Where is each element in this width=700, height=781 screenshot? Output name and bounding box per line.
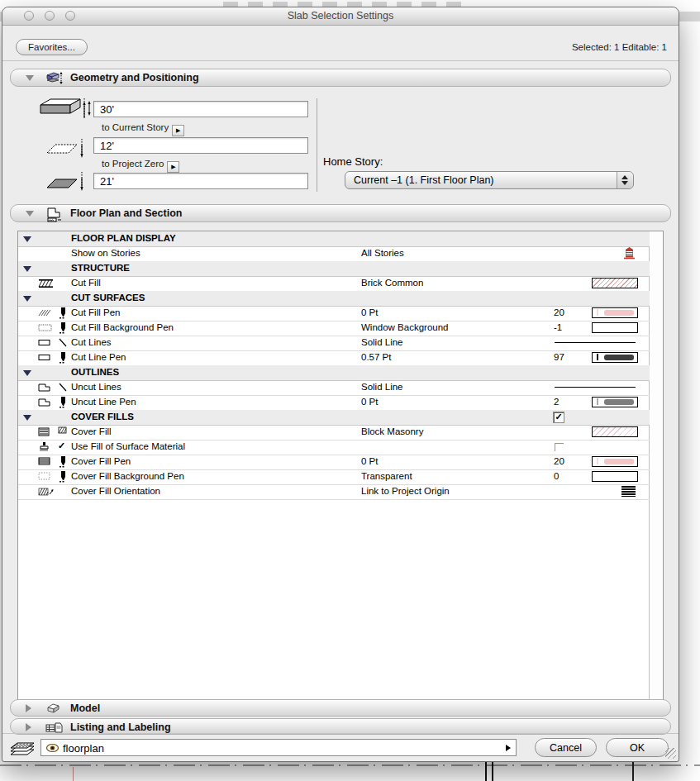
ok-button[interactable]: OK	[606, 738, 669, 757]
row-value[interactable]: Brick Common	[361, 278, 423, 288]
section-row-label: FLOOR PLAN DISPLAY	[71, 233, 176, 243]
pen-number[interactable]: 20	[554, 307, 564, 317]
pen-color-swatch[interactable]	[592, 352, 638, 363]
pen-number[interactable]: -1	[554, 322, 562, 332]
table-section-row[interactable]: OUTLINES	[18, 365, 650, 381]
table-section-row[interactable]: CUT SURFACES	[18, 291, 650, 307]
collapse-triangle-icon[interactable]	[23, 415, 31, 421]
model-section-icon	[45, 702, 62, 715]
chevron-down-icon[interactable]	[26, 75, 34, 81]
table-row[interactable]: Uncut Lines Solid Line	[18, 380, 650, 396]
table-row[interactable]: ✓ Use Fill of Surface Material	[18, 440, 650, 455]
elevation-reference-link[interactable]: to Project Zero▶	[102, 159, 179, 173]
top-elevation-input[interactable]: 12'	[93, 137, 308, 154]
attributes-table: FLOOR PLAN DISPLAY Show on Stories All S…	[17, 231, 664, 700]
table-row[interactable]: Uncut Line Pen 0 Pt 2	[18, 395, 650, 411]
row-value[interactable]: 0.57 Pt	[361, 352, 391, 362]
pen-color-swatch[interactable]	[592, 397, 638, 407]
pen-color-swatch[interactable]	[592, 456, 638, 467]
table-row[interactable]: Cover Fill Block Masonry	[18, 425, 650, 441]
table-row[interactable]: Cut Line Pen 0.57 Pt 97	[18, 350, 650, 366]
collapse-triangle-icon[interactable]	[23, 370, 31, 376]
rect-outline-icon	[38, 352, 55, 364]
cancel-button[interactable]: Cancel	[535, 738, 597, 757]
row-value[interactable]: Block Masonry	[361, 426, 423, 436]
favorites-button[interactable]: Favorites...	[16, 39, 88, 55]
collapse-triangle-icon[interactable]	[23, 236, 31, 242]
pen-color-swatch[interactable]	[592, 471, 638, 482]
pen-number[interactable]: 20	[554, 456, 564, 466]
row-value[interactable]: Link to Project Origin	[361, 486, 450, 496]
vertical-scrollbar[interactable]	[649, 231, 663, 699]
home-story-select[interactable]: Current –1 (1. First Floor Plan)	[345, 171, 634, 189]
row-value[interactable]: 0 Pt	[361, 456, 378, 466]
top-elevation-icon	[44, 138, 87, 160]
row-value[interactable]: Solid Line	[361, 382, 403, 392]
bottom-elevation-input[interactable]: 21'	[93, 173, 308, 189]
row-label: Use Fill of Surface Material	[71, 441, 185, 451]
slab-settings-dialog: Slab Selection Settings Favorites... Sel…	[2, 7, 679, 762]
chevron-down-icon[interactable]	[26, 211, 34, 217]
layer-value: floorplan	[63, 742, 104, 755]
row-value[interactable]: Transparent	[361, 471, 412, 481]
chevron-right-icon[interactable]	[26, 723, 31, 731]
table-row[interactable]: Show on Stories All Stories	[18, 246, 650, 262]
eye-icon[interactable]	[45, 743, 60, 753]
row-value[interactable]: All Stories	[361, 248, 404, 258]
row-label: Cover Fill	[71, 426, 112, 436]
line-type-preview[interactable]	[555, 342, 636, 343]
pen-icon	[58, 307, 69, 319]
slab-thickness-input[interactable]: 30'	[93, 101, 308, 117]
pen-icon	[58, 321, 69, 334]
title-bar[interactable]: Slab Selection Settings	[2, 7, 679, 26]
section-floorplan-header[interactable]: Floor Plan and Section	[10, 204, 671, 222]
row-value[interactable]: 0 Pt	[361, 397, 378, 407]
section-row-label: STRUCTURE	[71, 263, 130, 273]
pen-number[interactable]: 2	[554, 397, 559, 407]
table-row[interactable]: Cut Fill Pen 0 Pt 20	[18, 306, 650, 321]
chevron-right-icon[interactable]	[26, 704, 31, 712]
reference-popup-arrow-icon[interactable]: ▶	[167, 161, 179, 173]
bottom-elevation-icon	[44, 171, 87, 193]
pen-color-swatch[interactable]	[592, 307, 638, 318]
row-label: Cover Fill Background Pen	[71, 471, 184, 481]
reference-popup-arrow-icon[interactable]: ▶	[172, 125, 184, 136]
section-model-header[interactable]: Model	[10, 699, 671, 717]
row-label: Uncut Lines	[71, 382, 121, 392]
collapse-triangle-icon[interactable]	[23, 296, 31, 302]
section-geometry-header[interactable]: Geometry and Positioning	[10, 69, 671, 87]
pen-number[interactable]: 0	[554, 471, 559, 481]
resize-grip[interactable]	[665, 748, 676, 759]
cover-fill-icon	[38, 426, 55, 438]
table-section-row[interactable]: COVER FILLS ✓	[18, 410, 650, 426]
section-row-label: COVER FILLS	[71, 412, 134, 421]
fill-preview-swatch[interactable]	[592, 426, 638, 437]
table-row[interactable]: Cover Fill Pen 0 Pt 20	[18, 455, 650, 470]
table-section-row[interactable]: FLOOR PLAN DISPLAY	[18, 231, 650, 247]
cover-fills-checkbox[interactable]: ✓	[553, 412, 564, 423]
line-type-preview[interactable]	[555, 387, 636, 388]
thickness-reference-link[interactable]: to Current Story▶	[102, 122, 184, 136]
table-row[interactable]: Cover Fill Background Pen Transparent 0	[18, 469, 650, 485]
pen-color-swatch[interactable]	[592, 322, 638, 333]
table-row[interactable]: Cut Lines Solid Line	[18, 336, 650, 351]
unchecked-checkbox[interactable]	[555, 443, 564, 451]
pen-number[interactable]: 97	[554, 352, 564, 362]
stepper-arrows-icon[interactable]	[617, 172, 633, 188]
collapse-triangle-icon[interactable]	[23, 266, 31, 272]
section-listing-header[interactable]: Listing and Labeling	[10, 718, 671, 735]
dialog-title: Slab Selection Settings	[2, 10, 679, 21]
table-row[interactable]: Cut Fill Brick Common	[18, 276, 650, 292]
table-row[interactable]: Cover Fill Orientation Link to Project O…	[18, 484, 650, 500]
orientation-preview-icon[interactable]	[621, 486, 636, 497]
divider	[317, 98, 317, 192]
fill-preview-swatch[interactable]	[592, 278, 638, 288]
row-value[interactable]: 0 Pt	[361, 307, 378, 317]
background-floorplan-line	[632, 759, 634, 781]
combo-arrow-icon[interactable]	[506, 745, 511, 751]
table-row[interactable]: Cut Fill Background Pen Window Backgroun…	[18, 321, 650, 336]
layer-select[interactable]: floorplan	[40, 739, 517, 756]
row-value[interactable]: Window Background	[361, 322, 448, 332]
row-value[interactable]: Solid Line	[361, 337, 403, 347]
table-section-row[interactable]: STRUCTURE	[18, 261, 650, 277]
